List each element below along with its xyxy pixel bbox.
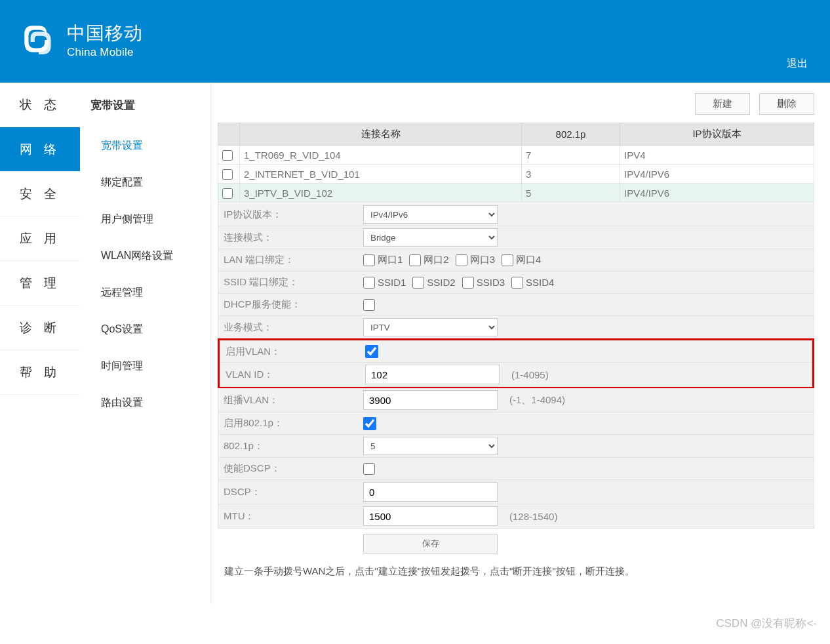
hint-mtu: (128-1540) <box>509 511 557 522</box>
header: 中国移动 China Mobile 退出 <box>0 0 830 83</box>
nav1-item-1[interactable]: 网 络 <box>0 127 80 172</box>
logo: 中国移动 China Mobile <box>18 20 143 60</box>
hint-mcast: (-1、1-4094) <box>509 394 565 407</box>
th-name: 连接名称 <box>240 123 522 146</box>
brand-name-cn: 中国移动 <box>67 21 143 46</box>
nav1-item-5[interactable]: 诊 断 <box>0 306 80 350</box>
label-biz-mode: 业务模式： <box>218 321 359 334</box>
label-conn-mode: 连接模式： <box>218 231 359 244</box>
input-dscp[interactable] <box>363 482 498 502</box>
select-8021p[interactable]: 5 <box>363 437 498 455</box>
label-ssid-bind: SSID 端口绑定： <box>218 276 359 289</box>
nav1-item-2[interactable]: 安 全 <box>0 172 80 216</box>
checkbox-8021p-enable[interactable] <box>363 417 376 430</box>
brand-name-en: China Mobile <box>67 46 143 59</box>
select-ip-proto[interactable]: IPv4/IPv6 <box>363 205 498 224</box>
hint-vlan-id: (1-4095) <box>511 369 549 380</box>
label-dscp: DSCP： <box>218 486 359 498</box>
label-8021p-enable: 启用802.1p： <box>218 417 359 430</box>
row-checkbox[interactable] <box>222 169 233 180</box>
ssid-checkbox[interactable] <box>511 277 523 289</box>
lan-checkbox[interactable] <box>363 254 375 266</box>
nav1-item-6[interactable]: 帮 助 <box>0 350 80 395</box>
checkbox-dscp-enable[interactable] <box>363 463 375 475</box>
lan-checkbox[interactable] <box>409 254 421 266</box>
th-8021p: 802.1p <box>522 123 620 146</box>
input-vlan-id[interactable] <box>365 365 500 384</box>
label-dhcp: DHCP服务使能： <box>218 298 359 311</box>
cell-name: 3_IPTV_B_VID_102 <box>240 184 522 203</box>
label-ip-proto: IP协议版本： <box>218 209 359 221</box>
lan-checkbox[interactable] <box>456 254 467 266</box>
label-vlan-id: VLAN ID： <box>220 369 361 381</box>
new-button[interactable]: 新建 <box>695 93 750 115</box>
checkbox-vlan-enable[interactable] <box>365 345 378 358</box>
nav1-item-3[interactable]: 应 用 <box>0 216 80 261</box>
lan-option[interactable]: 网口2 <box>409 254 448 266</box>
nav1-item-0[interactable]: 状 态 <box>0 83 80 127</box>
row-checkbox[interactable] <box>222 188 233 199</box>
label-8021p: 802.1p： <box>218 440 359 453</box>
table-row[interactable]: 3_IPTV_B_VID_1025IPV4/IPV6 <box>218 184 814 203</box>
nav2-item-6[interactable]: 时间管理 <box>80 348 210 384</box>
ssid-option[interactable]: SSID3 <box>462 277 505 289</box>
checkbox-dhcp[interactable] <box>363 299 375 311</box>
ssid-option[interactable]: SSID1 <box>363 277 406 289</box>
input-mcast-vlan[interactable] <box>363 390 498 410</box>
label-vlan-enable: 启用VLAN： <box>220 346 361 358</box>
cell-8021p: 3 <box>522 165 620 184</box>
select-biz-mode[interactable]: IPTV <box>363 318 498 336</box>
cell-name: 2_INTERNET_B_VID_101 <box>240 165 522 184</box>
secondary-nav-title: 宽带设置 <box>80 83 210 127</box>
cell-name: 1_TR069_R_VID_104 <box>240 146 522 165</box>
cell-ip: IPV4/IPV6 <box>620 165 814 184</box>
delete-button[interactable]: 删除 <box>759 93 814 115</box>
ssid-checkbox[interactable] <box>412 277 424 289</box>
nav2-item-0[interactable]: 宽带设置 <box>80 127 210 164</box>
nav2-item-5[interactable]: QoS设置 <box>80 311 210 348</box>
nav2-item-7[interactable]: 路由设置 <box>80 384 210 421</box>
cell-ip: IPV4 <box>620 146 814 165</box>
row-checkbox[interactable] <box>222 150 233 161</box>
connection-table: 连接名称 802.1p IP协议版本 1_TR069_R_VID_1047IPV… <box>218 123 814 203</box>
label-mtu: MTU： <box>218 510 359 523</box>
table-row[interactable]: 2_INTERNET_B_VID_1013IPV4/IPV6 <box>218 165 814 184</box>
table-row[interactable]: 1_TR069_R_VID_1047IPV4 <box>218 146 814 165</box>
nav2-item-1[interactable]: 绑定配置 <box>80 164 210 201</box>
cell-8021p: 7 <box>522 146 620 165</box>
nav2-item-4[interactable]: 远程管理 <box>80 274 210 311</box>
label-mcast-vlan: 组播VLAN： <box>218 394 359 407</box>
lan-option[interactable]: 网口4 <box>502 254 541 266</box>
th-ip: IP协议版本 <box>620 123 814 146</box>
select-conn-mode[interactable]: Bridge <box>363 228 498 247</box>
lan-checkbox[interactable] <box>502 254 513 266</box>
label-dscp-enable: 使能DSCP： <box>218 462 359 475</box>
input-mtu[interactable] <box>363 506 498 526</box>
nav2-item-2[interactable]: 用户侧管理 <box>80 201 210 237</box>
ssid-checkbox[interactable] <box>462 277 474 289</box>
save-button[interactable]: 保存 <box>363 534 498 553</box>
ssid-option[interactable]: SSID2 <box>412 277 455 289</box>
nav2-item-3[interactable]: WLAN网络设置 <box>80 237 210 274</box>
brand-icon <box>18 20 59 60</box>
secondary-nav: 宽带设置 宽带设置绑定配置用户侧管理WLAN网络设置远程管理QoS设置时间管理路… <box>80 83 211 604</box>
settings-form: IP协议版本：IPv4/IPv6 连接模式：Bridge LAN 端口绑定： 网… <box>218 203 814 529</box>
content-area: 新建 删除 连接名称 802.1p IP协议版本 1_TR069_R_VID_1… <box>211 83 827 604</box>
cell-8021p: 5 <box>522 184 620 203</box>
primary-nav: 状 态网 络安 全应 用管 理诊 断帮 助 <box>0 83 80 604</box>
label-lan-bind: LAN 端口绑定： <box>218 254 359 266</box>
ssid-option[interactable]: SSID4 <box>511 277 554 289</box>
ssid-checkbox[interactable] <box>363 277 375 289</box>
logout-link[interactable]: 退出 <box>787 57 808 71</box>
lan-option[interactable]: 网口3 <box>456 254 495 266</box>
cell-ip: IPV4/IPV6 <box>620 184 814 203</box>
highlight-vlan-box: 启用VLAN： VLAN ID：(1-4095) <box>218 338 814 389</box>
lan-option[interactable]: 网口1 <box>363 254 403 266</box>
footer-note: 建立一条手动拨号WAN之后，点击"建立连接"按钮发起拨号，点击"断开连接"按钮，… <box>218 565 814 578</box>
nav1-item-4[interactable]: 管 理 <box>0 261 80 306</box>
